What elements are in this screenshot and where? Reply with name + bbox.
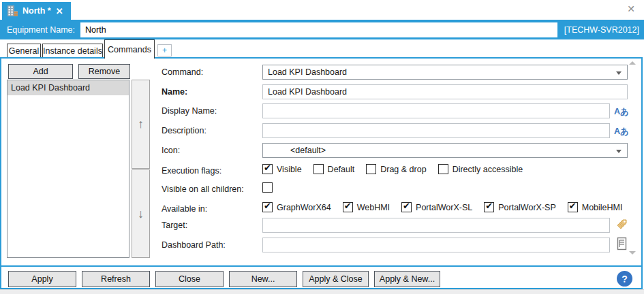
- tab-strip: General Instance details Commands +: [0, 39, 644, 57]
- checkbox-icon[interactable]: [568, 202, 578, 212]
- available-in-label: Available in:: [162, 204, 207, 214]
- checkbox-icon[interactable]: [262, 182, 273, 193]
- help-button[interactable]: ?: [617, 271, 632, 287]
- browse-file-icon[interactable]: [617, 237, 627, 250]
- refresh-button[interactable]: Refresh: [82, 271, 150, 287]
- dashboard-path-label: Dashboard Path:: [162, 240, 226, 250]
- scroll-down-icon[interactable]: [629, 251, 636, 255]
- equipment-name-bar: Equipment Name: [TECHW-SVR2012]: [0, 20, 644, 39]
- equipment-editor-window: North * ✕ ✕ Equipment Name: [TECHW-SVR20…: [0, 0, 644, 294]
- apply-and-close-button[interactable]: Apply & Close: [303, 271, 369, 287]
- down-arrow-icon: ↓: [138, 207, 144, 221]
- checkbox-drag-drop[interactable]: Drag & drop: [366, 164, 426, 174]
- localize-icon[interactable]: Aあ: [614, 106, 629, 118]
- display-name-label: Display Name:: [162, 106, 217, 116]
- checkbox-icon[interactable]: [401, 202, 412, 212]
- scroll-up-icon[interactable]: [629, 61, 636, 65]
- localize-icon[interactable]: Aあ: [614, 126, 629, 137]
- tab-add-button[interactable]: +: [157, 44, 172, 56]
- visible-on-all-children-group: [262, 182, 273, 193]
- display-name-input[interactable]: [262, 103, 610, 118]
- apply-button[interactable]: Apply: [8, 271, 76, 287]
- command-label: Command:: [162, 67, 203, 77]
- status-strip: [0, 289, 644, 294]
- name-label: Name:: [162, 87, 187, 97]
- checkbox-icon[interactable]: [313, 164, 324, 174]
- target-label: Target:: [162, 220, 187, 230]
- document-tab-north[interactable]: North * ✕: [2, 2, 71, 20]
- tab-general[interactable]: General: [7, 44, 41, 58]
- icon-combobox[interactable]: <default>: [262, 143, 628, 158]
- icon-label: Icon:: [162, 146, 180, 155]
- available-in-group: GraphWorX64 WebHMI PortalWorX-SL PortalW…: [262, 202, 622, 212]
- chevron-down-icon: [616, 150, 622, 153]
- checkbox-portalworx-sp[interactable]: PortalWorX-SP: [484, 202, 556, 212]
- server-name-label: [TECHW-SVR2012]: [564, 25, 639, 35]
- checkbox-mobilehmi[interactable]: MobileHMI: [568, 202, 623, 212]
- new-button[interactable]: New...: [229, 271, 297, 287]
- equipment-icon: [7, 5, 18, 16]
- tab-commands[interactable]: Commands: [104, 39, 155, 59]
- question-mark-icon: ?: [622, 274, 628, 284]
- document-tab-close-icon[interactable]: ✕: [56, 6, 63, 16]
- visible-on-all-children-label: Visible on all children:: [162, 184, 244, 194]
- footer-separator: [1, 265, 641, 267]
- chevron-down-icon: [616, 71, 622, 75]
- move-up-button[interactable]: ↑: [132, 80, 150, 169]
- checkbox-icon[interactable]: [262, 202, 273, 212]
- remove-button[interactable]: Remove: [78, 64, 130, 79]
- checkbox-visible[interactable]: Visible: [262, 164, 302, 174]
- commands-tab-content: Add Remove Load KPI Dashboard ↑ ↓ Comman…: [0, 57, 643, 289]
- checkbox-portalworx-sl[interactable]: PortalWorX-SL: [401, 202, 472, 212]
- add-button[interactable]: Add: [8, 64, 73, 79]
- name-input[interactable]: Load KPI Dashboard: [262, 84, 628, 99]
- equipment-name-label: Equipment Name:: [7, 25, 75, 35]
- description-input[interactable]: [262, 123, 610, 138]
- checkbox-directly-accessible[interactable]: Directly accessible: [438, 164, 523, 174]
- checkbox-icon[interactable]: [262, 164, 273, 174]
- window-close-icon[interactable]: ✕: [627, 3, 635, 14]
- equipment-name-input[interactable]: [80, 22, 557, 37]
- document-tab-title: North *: [22, 6, 51, 16]
- checkbox-webhmi[interactable]: WebHMI: [343, 202, 390, 212]
- checkbox-icon[interactable]: [343, 202, 353, 212]
- execution-flags-label: Execution flags:: [162, 166, 221, 176]
- tab-instance-details[interactable]: Instance details: [42, 44, 103, 58]
- execution-flags-group: Visible Default Drag & drop Directly acc…: [262, 164, 523, 174]
- checkbox-icon[interactable]: [484, 202, 494, 212]
- checkbox-default[interactable]: Default: [313, 164, 355, 174]
- list-item-load-kpi-dashboard[interactable]: Load KPI Dashboard: [7, 80, 129, 95]
- commands-list[interactable]: Load KPI Dashboard: [7, 80, 129, 258]
- checkbox-icon[interactable]: [438, 164, 448, 174]
- checkbox-visible-on-all-children[interactable]: [262, 182, 273, 193]
- command-combobox[interactable]: Load KPI Dashboard: [262, 65, 628, 80]
- checkbox-icon[interactable]: [366, 164, 376, 174]
- dashboard-path-input[interactable]: [262, 238, 610, 252]
- apply-and-new-button[interactable]: Apply & New...: [374, 271, 440, 287]
- close-button[interactable]: Close: [155, 271, 224, 287]
- up-arrow-icon: ↑: [138, 117, 144, 131]
- description-label: Description:: [162, 126, 206, 135]
- checkbox-graphworx64[interactable]: GraphWorX64: [262, 202, 331, 212]
- move-down-button[interactable]: ↓: [132, 169, 150, 258]
- tag-icon[interactable]: [615, 218, 628, 231]
- target-input[interactable]: [262, 218, 610, 233]
